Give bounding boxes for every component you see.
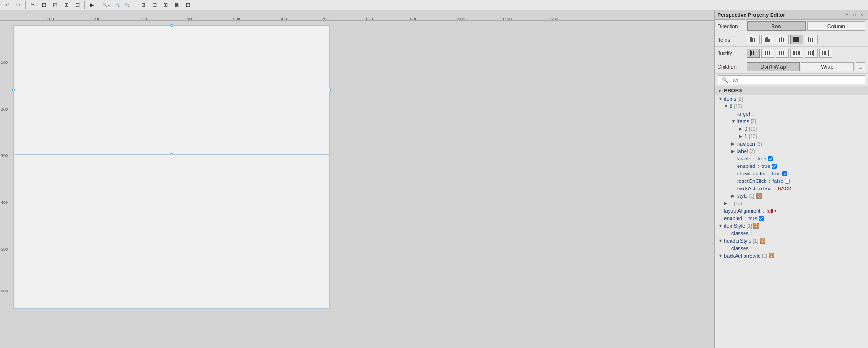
toolbar-align-btn-4[interactable]: ⊠ xyxy=(171,1,182,9)
enabled-0-checkbox[interactable] xyxy=(772,164,777,169)
svg-rect-18 xyxy=(753,51,754,55)
tree-enabled-top[interactable]: enabled : true xyxy=(715,215,868,222)
prop-direction-row: Direction Row Column xyxy=(715,20,868,33)
ruler-tick-600: 600 xyxy=(280,17,287,21)
tree-items[interactable]: ▼ items [2] xyxy=(715,95,868,103)
children-wrap-btn[interactable]: Wrap xyxy=(801,62,854,71)
handle-right-center[interactable] xyxy=(328,89,331,91)
title-minimize-btn[interactable]: − xyxy=(844,12,850,18)
tree-items-nested-0[interactable]: ▶ 0 {10} xyxy=(715,125,868,132)
children-extra-btn[interactable]: … xyxy=(856,62,865,71)
items-n0-arrow: ▶ xyxy=(739,126,745,131)
justify-btn-4[interactable] xyxy=(790,49,803,58)
tree-visible[interactable]: visible : true xyxy=(715,155,868,162)
items-btn-1[interactable] xyxy=(747,35,760,44)
justify-btn-5[interactable] xyxy=(805,49,818,58)
svg-rect-7 xyxy=(781,37,782,42)
toolbar-btn-6[interactable]: ⊟ xyxy=(72,1,82,9)
items-btn-5[interactable] xyxy=(805,35,818,44)
hs-classes-key: classes xyxy=(731,245,749,251)
toolbar-play-btn[interactable]: ▶ xyxy=(87,1,97,9)
toolbar-btn-4[interactable]: ◱ xyxy=(50,1,60,9)
justify-btn-2[interactable] xyxy=(761,49,774,58)
tree-backactionstyle[interactable]: ▼ backActionStyle {1} 🎨 xyxy=(715,252,868,259)
tree-enabled-0[interactable]: enabled : true xyxy=(715,162,868,170)
toolbar-align-btn-5[interactable]: ⊡ xyxy=(183,1,193,9)
layoutalignment-dropdown[interactable]: ▾ xyxy=(774,209,777,213)
title-maximize-btn[interactable]: □ xyxy=(851,12,858,18)
svg-rect-25 xyxy=(793,51,795,55)
tree-layoutalignment[interactable]: layoutAlignment : left ▾ xyxy=(715,207,868,215)
items-btn-3[interactable] xyxy=(776,35,789,44)
filter-input[interactable] xyxy=(718,75,865,84)
tree-style[interactable]: ▶ style {1} 🎨 xyxy=(715,192,868,200)
svg-rect-3 xyxy=(765,38,766,42)
tree-itemstyle-classes[interactable]: classes : xyxy=(715,230,868,237)
canvas-panel-right[interactable] xyxy=(332,25,712,343)
items-n1-arrow: ▶ xyxy=(739,134,745,139)
canvas-panel-bottom[interactable] xyxy=(13,155,330,309)
items-btn-4[interactable] xyxy=(790,35,803,44)
justify-btn-6[interactable] xyxy=(819,49,832,58)
tree-resetonclick[interactable]: resetOnClick : false xyxy=(715,177,868,185)
children-nowrap-btn[interactable]: Don't Wrap xyxy=(747,62,800,71)
svg-rect-30 xyxy=(812,51,813,55)
tree-headerstyle-classes[interactable]: classes : xyxy=(715,244,868,252)
tree-target[interactable]: target : xyxy=(715,110,868,118)
title-close-btn[interactable]: × xyxy=(859,12,865,18)
direction-row-btn[interactable]: Row xyxy=(747,21,806,31)
toolbar-cut-btn[interactable]: ✂ xyxy=(27,1,38,9)
items-0-arrow: ▼ xyxy=(724,104,730,109)
navicon-count: (2) xyxy=(755,141,762,146)
tree-items-1[interactable]: ▶ 1 {10} xyxy=(715,200,868,207)
toolbar-zoom-out-btn[interactable]: 🔍− xyxy=(101,1,111,9)
toolbar-zoom-in-btn[interactable]: 🔍+ xyxy=(123,1,134,9)
showheader-value: true xyxy=(771,171,781,176)
handle-top-center[interactable] xyxy=(171,24,173,27)
property-editor-panel: Perspective Property Editor − □ × Direct… xyxy=(714,10,868,348)
canvas-area[interactable]: 100 200 300 400 500 600 700 800 900 1000… xyxy=(0,10,714,348)
tree-items-nested[interactable]: ▼ items [2] xyxy=(715,118,868,125)
showheader-checkbox[interactable] xyxy=(782,171,787,176)
tree-items-0[interactable]: ▼ 0 {10} xyxy=(715,103,868,110)
svg-rect-26 xyxy=(796,51,797,55)
layoutalignment-colon: : xyxy=(761,208,764,214)
canvas-panel-top[interactable] xyxy=(13,25,330,155)
toolbar-align-btn-3[interactable]: ⊞ xyxy=(160,1,171,9)
tree-navicon[interactable]: ▶ navIcon (2) xyxy=(715,140,868,147)
resetonclick-checkbox[interactable] xyxy=(785,179,790,184)
justify-btn-1[interactable] xyxy=(747,49,760,58)
canvas-content[interactable] xyxy=(8,21,714,348)
toolbar-btn-3[interactable]: ⊡ xyxy=(39,1,49,9)
itemstyle-count: {1} xyxy=(745,223,752,229)
toolbar-align-btn-1[interactable]: ⊡ xyxy=(138,1,148,9)
toolbar-align-btn-2[interactable]: ⊟ xyxy=(149,1,159,9)
props-section-header[interactable]: ▼ PROPS xyxy=(715,86,868,95)
enabled-top-checkbox[interactable] xyxy=(759,216,764,221)
toolbar-zoom-btn[interactable]: 🔍 xyxy=(112,1,123,9)
direction-column-btn[interactable]: Column xyxy=(807,21,866,31)
tree-showheader[interactable]: showHeader : true xyxy=(715,170,868,177)
toolbar-forward-btn[interactable]: ↪ xyxy=(13,1,23,9)
tree-label[interactable]: ▶ label (2) xyxy=(715,147,868,155)
toolbar-back-btn[interactable]: ↩ xyxy=(2,1,12,9)
style-paint-icon: 🎨 xyxy=(756,193,762,199)
props-tree[interactable]: ▼ PROPS ▼ items [2] ▼ 0 {10} target : xyxy=(715,86,868,348)
handle-left-center[interactable] xyxy=(12,89,15,91)
ruler-left: 100 200 300 400 500 600 xyxy=(0,21,8,348)
ruler-tick-1100: 1100 xyxy=(502,17,512,21)
tree-itemstyle[interactable]: ▼ itemStyle {1} 🎨 xyxy=(715,222,868,230)
style-count: {1} xyxy=(748,194,755,199)
tree-headerstyle[interactable]: ▼ headerStyle {1} 🎨 xyxy=(715,237,868,244)
svg-rect-17 xyxy=(751,51,752,55)
enabled-top-arrow xyxy=(718,216,724,221)
toolbar-btn-5[interactable]: ⊞ xyxy=(61,1,71,9)
items-btn-2[interactable] xyxy=(761,35,774,44)
tree-items-nested-1[interactable]: ▶ 1 {10} xyxy=(715,132,868,140)
tree-backactiontext[interactable]: backActionText : BACK xyxy=(715,185,868,192)
ruler-tick-v-600: 600 xyxy=(1,289,8,293)
resetonclick-colon: : xyxy=(767,178,770,184)
justify-btn-3[interactable] xyxy=(776,49,789,58)
svg-rect-5 xyxy=(768,39,770,42)
visible-checkbox[interactable] xyxy=(768,156,773,161)
